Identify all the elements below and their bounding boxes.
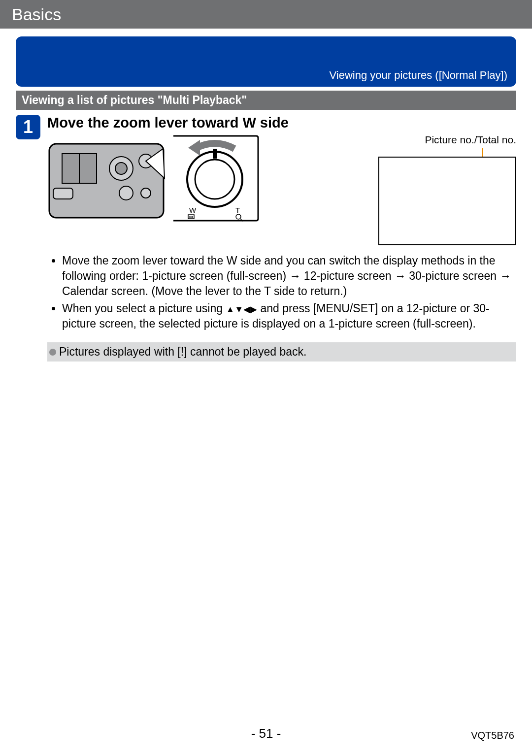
callout-block: Picture no./Total no. <box>368 134 516 245</box>
section-title: Viewing a list of pictures "Multi Playba… <box>22 94 247 106</box>
svg-point-7 <box>119 186 133 200</box>
svg-point-8 <box>141 188 151 198</box>
note-text: Pictures displayed with [!] cannot be pl… <box>59 345 306 359</box>
step-body: Move the zoom lever toward W side <box>47 115 516 362</box>
zoom-dial-icon: W T <box>170 134 259 223</box>
illustration-row: W T Picture no./Total no. <box>47 134 516 245</box>
camera-top-icon <box>47 134 166 223</box>
dial-t-label: T <box>235 206 240 214</box>
bullet-item: When you select a picture using ▲▼◀▶ and… <box>62 301 516 331</box>
note-bar: Pictures displayed with [!] cannot be pl… <box>47 342 516 362</box>
camera-illustrations: W T <box>47 134 259 223</box>
dial-w-label: W <box>189 206 197 214</box>
step-number: 1 <box>23 117 33 137</box>
section-header: Viewing a list of pictures "Multi Playba… <box>16 91 516 110</box>
chapter-title: Basics <box>12 5 61 24</box>
bullet-text: Move the zoom lever toward the W side an… <box>62 254 511 297</box>
chapter-header: Basics <box>0 0 532 29</box>
step-bullets: Move the zoom lever toward the W side an… <box>47 253 516 331</box>
svg-rect-11 <box>213 149 217 159</box>
step-1: 1 Move the zoom lever toward W side <box>16 115 516 362</box>
step-number-badge: 1 <box>16 115 40 139</box>
callout-label: Picture no./Total no. <box>368 134 516 146</box>
svg-point-5 <box>115 163 127 174</box>
page-number: - 51 - <box>251 726 281 741</box>
topic-banner: Viewing your pictures ([Normal Play]) <box>16 36 516 87</box>
note-bullet-icon <box>49 349 56 356</box>
svg-rect-3 <box>53 188 73 199</box>
dpad-arrows-icon: ▲▼◀▶ <box>226 304 257 314</box>
page-footer: - 51 - VQT5B76 <box>0 726 532 741</box>
bullet-text-pre: When you select a picture using <box>62 302 226 315</box>
callout-pointer <box>482 148 483 157</box>
step-title: Move the zoom lever toward W side <box>47 115 516 131</box>
page-content: Viewing your pictures ([Normal Play]) Vi… <box>0 29 532 362</box>
screen-placeholder-box <box>378 157 516 245</box>
bullet-item: Move the zoom lever toward the W side an… <box>62 253 516 299</box>
manual-code: VQT5B76 <box>471 730 514 741</box>
topic-banner-text: Viewing your pictures ([Normal Play]) <box>330 69 508 82</box>
